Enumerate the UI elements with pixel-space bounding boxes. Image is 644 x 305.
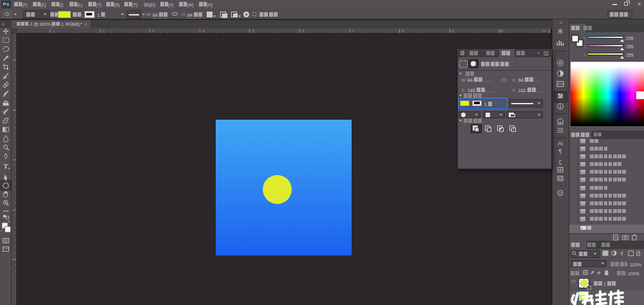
svg-text:¶: ¶ (559, 148, 562, 154)
svg-text:T: T (3, 162, 8, 170)
svg-text:ʢ: ʢ (559, 160, 562, 166)
svg-text:Ai: Ai (558, 140, 563, 147)
svg-text:T: T (620, 251, 623, 257)
